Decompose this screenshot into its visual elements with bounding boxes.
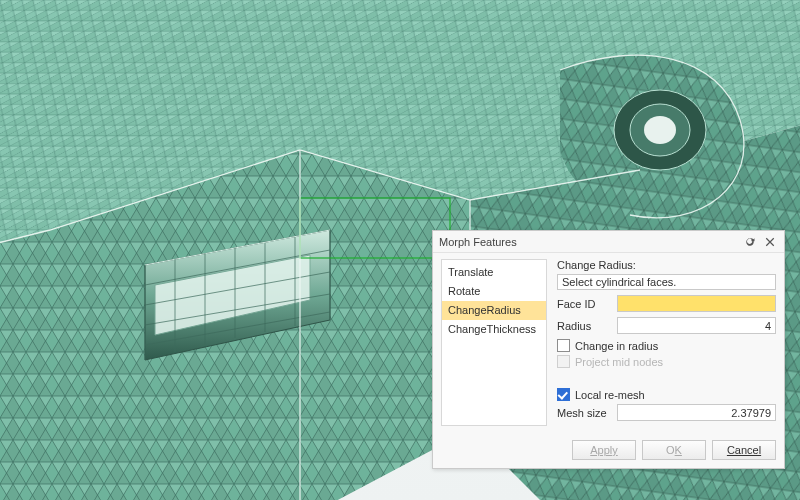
dialog-title: Morph Features bbox=[439, 236, 517, 248]
face-id-input[interactable] bbox=[617, 295, 776, 312]
ok-button[interactable]: OK bbox=[642, 440, 706, 460]
feature-nav: Translate Rotate ChangeRadius ChangeThic… bbox=[441, 259, 547, 426]
reset-icon[interactable] bbox=[742, 234, 758, 250]
nav-item-rotate[interactable]: Rotate bbox=[442, 282, 546, 301]
local-remesh-checkbox[interactable] bbox=[557, 388, 570, 401]
change-in-radius-checkbox[interactable] bbox=[557, 339, 570, 352]
close-icon[interactable] bbox=[762, 234, 778, 250]
morph-features-dialog: Morph Features Translate Rotate ChangeRa… bbox=[432, 230, 785, 469]
dialog-drag-region[interactable] bbox=[525, 237, 730, 247]
change-radius-panel: Change Radius: Select cylindrical faces.… bbox=[557, 259, 776, 426]
selection-hint: Select cylindrical faces. bbox=[557, 274, 776, 290]
mesh-size-label: Mesh size bbox=[557, 407, 617, 419]
change-in-radius-label: Change in radius bbox=[575, 340, 658, 352]
project-mid-nodes-label: Project mid nodes bbox=[575, 356, 663, 368]
radius-input[interactable] bbox=[617, 317, 776, 334]
dialog-titlebar[interactable]: Morph Features bbox=[433, 231, 784, 253]
nav-item-change-thickness[interactable]: ChangeThickness bbox=[442, 320, 546, 339]
nav-item-translate[interactable]: Translate bbox=[442, 263, 546, 282]
apply-button[interactable]: Apply bbox=[572, 440, 636, 460]
panel-heading: Change Radius: bbox=[557, 259, 776, 271]
project-mid-nodes-checkbox bbox=[557, 355, 570, 368]
nav-item-change-radius[interactable]: ChangeRadius bbox=[442, 301, 546, 320]
radius-label: Radius bbox=[557, 320, 617, 332]
svg-point-5 bbox=[644, 116, 676, 144]
face-id-label: Face ID bbox=[557, 298, 617, 310]
dialog-buttons: Apply OK Cancel bbox=[433, 434, 784, 468]
mesh-size-input[interactable] bbox=[617, 404, 776, 421]
local-remesh-label: Local re-mesh bbox=[575, 389, 645, 401]
cancel-button[interactable]: Cancel bbox=[712, 440, 776, 460]
